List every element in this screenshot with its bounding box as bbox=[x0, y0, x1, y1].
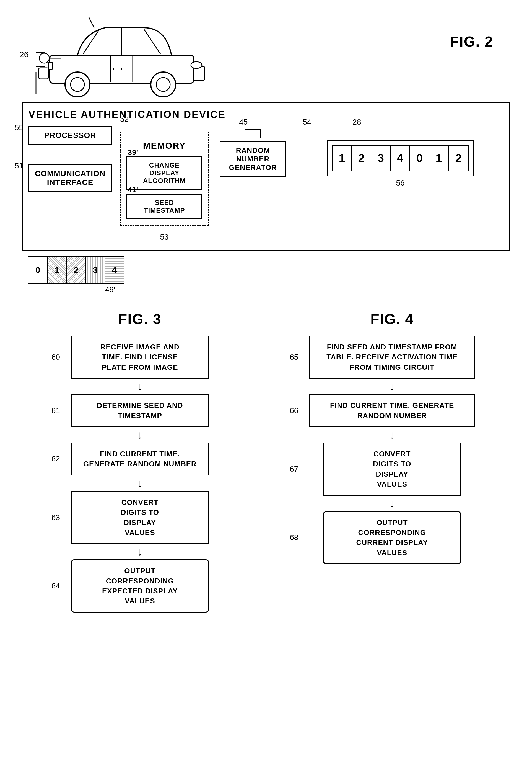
digit-4: 0 bbox=[410, 146, 429, 170]
step60-wrapper: 60 RECEIVE IMAGE AND TIME. FIND LICENSE … bbox=[71, 336, 209, 379]
step68-wrapper: 68 OUTPUT CORRESPONDING CURRENT DISPLAY … bbox=[309, 511, 475, 564]
step64-box: OUTPUT CORRESPONDING EXPECTED DISPLAY VA… bbox=[71, 559, 209, 613]
step60-line1: RECEIVE IMAGE AND bbox=[80, 342, 200, 352]
fig4-flowchart: FIG. 4 65 FIND SEED AND TIMESTAMP FROM T… bbox=[274, 311, 510, 613]
step60-line3: PLATE FROM IMAGE bbox=[80, 362, 200, 372]
ref-51: 51 bbox=[15, 161, 23, 170]
step63-wrapper: 63 CONVERT DIGITS TO DISPLAY VALUES bbox=[71, 491, 209, 544]
ref-28: 28 bbox=[352, 118, 361, 126]
ref-45: 45 bbox=[239, 118, 248, 126]
ref-61: 61 bbox=[51, 406, 60, 415]
ref-65: 65 bbox=[290, 353, 298, 362]
rng-box: RANDOM NUMBER GENERATOR bbox=[220, 141, 286, 177]
svg-rect-20 bbox=[48, 62, 53, 69]
step63-line1: CONVERT bbox=[80, 497, 200, 507]
fig3-label: FIG. 3 bbox=[118, 311, 162, 327]
step65-line2: TABLE. RECEIVE ACTIVATION TIME bbox=[318, 352, 466, 362]
ref-49: 49' bbox=[105, 285, 521, 294]
step61-line2: TIMESTAMP bbox=[80, 411, 200, 421]
ref-52: 52 bbox=[120, 115, 129, 124]
svg-point-7 bbox=[156, 77, 170, 91]
change-display-line2: DISPLAY bbox=[133, 169, 196, 177]
seg-2: 2 bbox=[67, 257, 86, 283]
step68-box: OUTPUT CORRESPONDING CURRENT DISPLAY VAL… bbox=[323, 511, 461, 564]
step68-line1: OUTPUT bbox=[332, 517, 452, 527]
svg-point-5 bbox=[71, 77, 84, 91]
flowcharts-section: FIG. 3 60 RECEIVE IMAGE AND TIME. FIND L… bbox=[11, 311, 521, 613]
ref-62: 62 bbox=[51, 454, 60, 463]
arrow-65-66: ↓ bbox=[389, 381, 395, 392]
processor-group: 55 PROCESSOR bbox=[28, 126, 112, 145]
step65-line3: FROM TIMING CIRCUIT bbox=[318, 362, 466, 372]
rng-line3: GENERATOR bbox=[226, 163, 280, 172]
step61-line1: DETERMINE SEED AND bbox=[80, 400, 200, 410]
step63-box: CONVERT DIGITS TO DISPLAY VALUES bbox=[71, 491, 209, 544]
comm-line2: INTERFACE bbox=[35, 178, 105, 187]
arrow-60-61: ↓ bbox=[137, 381, 143, 392]
step65-wrapper: 65 FIND SEED AND TIMESTAMP FROM TABLE. R… bbox=[309, 336, 475, 379]
seg-4: 4 bbox=[105, 257, 124, 283]
digit-3: 4 bbox=[391, 146, 410, 170]
fig2-label-area: FIG. 2 bbox=[450, 17, 521, 50]
step60-box: RECEIVE IMAGE AND TIME. FIND LICENSE PLA… bbox=[71, 336, 209, 379]
step64-wrapper: 64 OUTPUT CORRESPONDING EXPECTED DISPLAY… bbox=[71, 559, 209, 613]
svg-line-11 bbox=[89, 17, 94, 28]
change-display-line1: CHANGE bbox=[133, 161, 196, 169]
svg-rect-18 bbox=[39, 68, 48, 79]
ref-60: 60 bbox=[51, 353, 60, 362]
ref-54: 54 bbox=[303, 118, 311, 126]
arrow-61-62: ↓ bbox=[137, 429, 143, 440]
comm-group: 51 COMMUNICATION INTERFACE bbox=[28, 164, 112, 192]
step62-wrapper: 62 FIND CURRENT TIME. GENERATE RANDOM NU… bbox=[71, 442, 209, 475]
step66-line1: FIND CURRENT TIME. GENERATE bbox=[318, 400, 466, 410]
vad-left: 55 PROCESSOR 51 COMMUNICATION INTERFACE bbox=[28, 126, 112, 192]
step68-line2: CORRESPONDING bbox=[332, 527, 452, 537]
rng-indicator bbox=[245, 129, 261, 138]
step60-line2: TIME. FIND LICENSE bbox=[80, 352, 200, 362]
memory-box: MEMORY 39' CHANGE DISPLAY ALGORITHM 41' bbox=[120, 131, 209, 226]
ref-41: 41' bbox=[128, 185, 138, 194]
step67-line2: DIGITS TO bbox=[332, 459, 452, 469]
svg-point-13 bbox=[39, 53, 49, 63]
rng-group: 45 RANDOM NUMBER GENERATOR bbox=[217, 129, 289, 177]
step68-line3: CURRENT DISPLAY bbox=[332, 537, 452, 547]
arrow-67-68: ↓ bbox=[389, 498, 395, 509]
step66-wrapper: 66 FIND CURRENT TIME. GENERATE RANDOM NU… bbox=[309, 394, 475, 427]
small-seg-display: 0 1 2 3 4 bbox=[28, 256, 124, 284]
step66-box: FIND CURRENT TIME. GENERATE RANDOM NUMBE… bbox=[309, 394, 475, 427]
ref-64: 64 bbox=[51, 582, 60, 591]
comm-line1: COMMUNICATION bbox=[35, 169, 105, 178]
seed-ts-line2: TIMESTAMP bbox=[133, 207, 196, 214]
processor-box: PROCESSOR bbox=[28, 126, 112, 145]
vad-title: VEHICLE AUTHENTICATION DEVICE bbox=[28, 109, 504, 120]
ref-55: 55 bbox=[15, 123, 23, 132]
ref-67: 67 bbox=[290, 465, 298, 473]
ref-26-label: 26 bbox=[19, 50, 28, 59]
vad-box: VEHICLE AUTHENTICATION DEVICE 55 PROCESS… bbox=[22, 102, 510, 251]
small-display-group: 0 1 2 3 4 49' bbox=[28, 256, 521, 294]
seed-ts-group: 41' SEED TIMESTAMP bbox=[126, 194, 202, 219]
step68-line4: VALUES bbox=[332, 548, 452, 558]
fig2-header: 26 bbox=[11, 17, 521, 100]
display-outer: 1 2 3 4 0 1 2 bbox=[327, 140, 474, 176]
step62-line1: FIND CURRENT TIME. bbox=[80, 449, 200, 459]
step65-line1: FIND SEED AND TIMESTAMP FROM bbox=[318, 342, 466, 352]
comm-box: COMMUNICATION INTERFACE bbox=[28, 164, 112, 192]
step67-line4: VALUES bbox=[332, 479, 452, 489]
arrow-66-67: ↓ bbox=[389, 429, 395, 440]
seg-3: 3 bbox=[86, 257, 105, 283]
step63-line4: VALUES bbox=[80, 527, 200, 537]
vad-content: 55 PROCESSOR 51 COMMUNICATION INTERFACE bbox=[28, 126, 504, 242]
change-display-line3: ALGORITHM bbox=[133, 177, 196, 185]
digit-0: 1 bbox=[333, 146, 352, 170]
ref-68: 68 bbox=[290, 533, 298, 542]
svg-rect-10 bbox=[113, 68, 122, 70]
ref-39: 39' bbox=[128, 148, 138, 157]
vad-middle: 52 MEMORY 39' CHANGE DISPLAY ALGORITHM bbox=[120, 126, 209, 242]
step63-line3: DISPLAY bbox=[80, 517, 200, 527]
digit-display: 1 2 3 4 0 1 2 bbox=[332, 145, 469, 171]
step66-line2: RANDOM NUMBER bbox=[318, 411, 466, 421]
step67-line1: CONVERT bbox=[332, 449, 452, 459]
step67-line3: DISPLAY bbox=[332, 469, 452, 479]
fig4-label: FIG. 4 bbox=[370, 311, 414, 327]
